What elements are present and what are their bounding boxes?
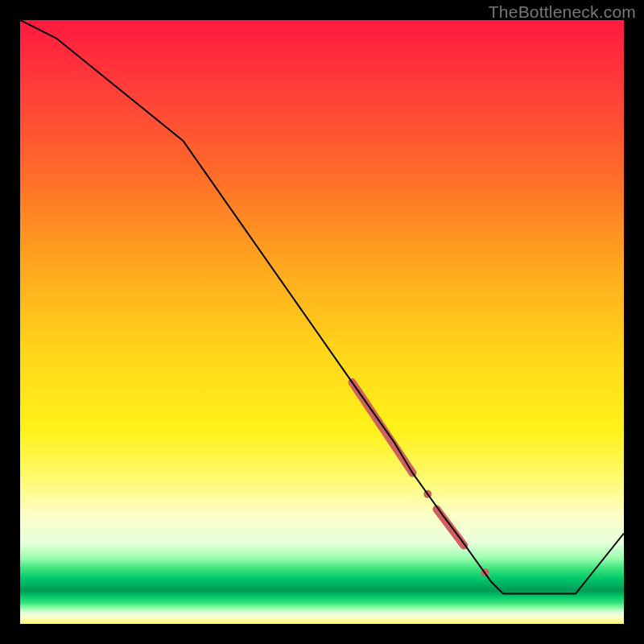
chart-svg — [20, 20, 624, 624]
plot-area — [20, 20, 624, 624]
chart-container: TheBottleneck.com — [0, 0, 644, 644]
watermark-text: TheBottleneck.com — [489, 2, 636, 22]
bottleneck-curve — [20, 20, 624, 594]
highlight-segment — [437, 510, 464, 546]
